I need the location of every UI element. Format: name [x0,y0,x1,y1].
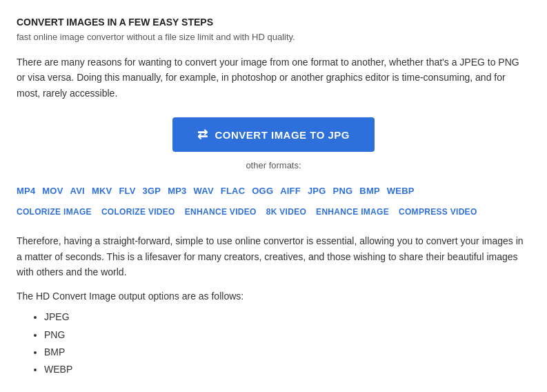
convert-button-label: CONVERT IMAGE TO JPG [215,129,350,141]
convert-button-wrap: ⇄ CONVERT IMAGE TO JPG other formats: [17,117,530,170]
tool-link-compress-video[interactable]: COMPRESS VIDEO [399,207,477,217]
tools-row: COLORIZE IMAGECOLORIZE VIDEOENHANCE VIDE… [17,204,530,219]
format-link-webp[interactable]: WEBP [387,186,415,196]
other-formats-label: other formats: [246,160,301,170]
output-list-item: BMP [44,344,530,361]
intro-paragraph: There are many reasons for wanting to co… [17,55,530,101]
subtitle: fast online image convertor without a fi… [17,32,530,42]
format-link-mp3[interactable]: MP3 [168,186,186,196]
format-link-3gp[interactable]: 3GP [143,186,161,196]
convert-icon: ⇄ [197,127,208,142]
output-list-item: JPEG [44,308,530,326]
tool-link-colorize-image[interactable]: COLORIZE IMAGE [17,207,92,217]
format-link-flv[interactable]: FLV [119,186,135,196]
output-list: JPEGPNGBMPWEBP [17,308,530,378]
formats-row: MP4MOVAVIMKVFLV3GPMP3WAVFLACOGGAIFFJPGPN… [17,180,530,199]
tool-link-8k-video[interactable]: 8K VIDEO [266,207,306,217]
tool-link-enhance-video[interactable]: ENHANCE VIDEO [185,207,257,217]
format-link-aiff[interactable]: AIFF [280,186,301,196]
format-link-bmp[interactable]: BMP [359,186,380,196]
format-link-wav[interactable]: WAV [194,186,214,196]
format-link-flac[interactable]: FLAC [221,186,245,196]
format-link-jpg[interactable]: JPG [308,186,326,196]
body-paragraph: Therefore, having a straight-forward, si… [17,233,530,280]
convert-button[interactable]: ⇄ CONVERT IMAGE TO JPG [172,117,375,152]
list-intro: The HD Convert Image output options are … [17,291,530,302]
format-link-avi[interactable]: AVI [70,186,85,196]
output-list-item: PNG [44,326,530,344]
format-link-mkv[interactable]: MKV [92,186,112,196]
tool-link-enhance-image[interactable]: ENHANCE IMAGE [316,207,389,217]
format-link-mov[interactable]: MOV [42,186,63,196]
format-link-ogg[interactable]: OGG [252,186,273,196]
output-list-item: WEBP [44,361,530,378]
format-link-mp4[interactable]: MP4 [17,186,35,196]
format-link-png[interactable]: PNG [333,186,353,196]
page-title: CONVERT IMAGES IN A FEW EASY STEPS [17,17,530,28]
tool-link-colorize-video[interactable]: COLORIZE VIDEO [101,207,175,217]
